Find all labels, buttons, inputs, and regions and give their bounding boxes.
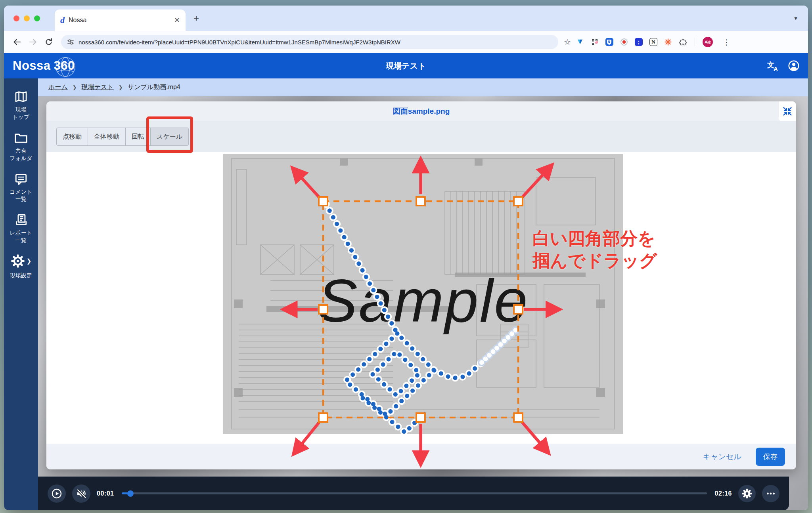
tab-close-icon[interactable]: ✕ xyxy=(174,16,180,25)
qr-extension-icon[interactable] xyxy=(590,38,599,46)
main-content: ホーム ❯ 現場テスト ❯ サンプル動画.mp4 図面sample.png xyxy=(38,78,808,510)
desktop-background: d Nossa ✕ + ▾ nossa360.com/fe/video-item… xyxy=(0,0,812,513)
new-tab-button[interactable]: + xyxy=(193,13,199,24)
sidebar-item-shared-folder[interactable]: 共有フォルダ xyxy=(4,131,38,162)
toolbar-divider xyxy=(695,38,695,46)
settings-gear-icon xyxy=(742,488,752,499)
drawing-canvas[interactable]: Sample xyxy=(46,152,796,444)
player-more-button[interactable] xyxy=(762,485,779,502)
tool-move-point-button[interactable]: 点移動 xyxy=(56,128,88,146)
annotation-line-1: 白い四角部分を xyxy=(532,227,657,250)
site-info-icon[interactable] xyxy=(67,38,75,46)
tool-move-all-button[interactable]: 全体移動 xyxy=(88,128,126,146)
sidebar-nav: 現場トップ 共有フォルダ コメント一覧 xyxy=(4,78,38,510)
semicolon-extension-icon[interactable]: ; xyxy=(634,38,643,46)
extensions-puzzle-icon[interactable] xyxy=(678,38,687,46)
sidebar-item-label: コメント一覧 xyxy=(4,189,38,204)
sidebar-item-label: レポート一覧 xyxy=(4,229,38,244)
chevron-right-icon: ❯ xyxy=(27,257,32,265)
annotation-line-2: 掴んでドラッグ xyxy=(532,250,657,272)
sidebar-item-label: 現場トップ xyxy=(4,106,38,121)
seek-track[interactable] xyxy=(122,492,707,494)
kite-extension-icon[interactable] xyxy=(576,38,584,46)
drawing-editor-panel: 図面sample.png xyxy=(46,101,796,469)
player-settings-button[interactable] xyxy=(738,485,756,502)
mute-icon xyxy=(76,488,87,499)
duration-time: 02:16 xyxy=(715,490,732,497)
back-button[interactable] xyxy=(10,35,24,49)
sidebar-item-comments[interactable]: コメント一覧 xyxy=(4,172,38,204)
seek-bar[interactable] xyxy=(122,490,707,497)
svg-text:A: A xyxy=(774,65,778,71)
browser-tab[interactable]: d Nossa ✕ xyxy=(55,10,186,31)
traffic-lights xyxy=(13,15,40,21)
sidebar-item-site-settings[interactable]: ❯ 現場設定 xyxy=(4,254,38,280)
browser-toolbar: nossa360.com/fe/video-item/?placeUuid=tP… xyxy=(4,31,808,53)
app-header: Nossa360 現場テスト 文 A xyxy=(4,53,808,78)
zoom-window-button[interactable] xyxy=(34,15,40,21)
browser-window: d Nossa ✕ + ▾ nossa360.com/fe/video-item… xyxy=(4,6,808,510)
sidebar-item-label: 現場設定 xyxy=(4,272,38,280)
shield-extension-icon[interactable] xyxy=(605,38,614,46)
account-icon[interactable] xyxy=(787,59,800,72)
floor-plan-image: Sample xyxy=(223,154,623,434)
current-time: 00:01 xyxy=(97,490,114,497)
report-icon xyxy=(4,213,38,227)
gear-icon xyxy=(11,254,25,268)
notion-extension-icon[interactable]: N xyxy=(649,38,658,46)
comment-icon xyxy=(4,172,38,186)
breadcrumb-home-link[interactable]: ホーム xyxy=(48,83,68,92)
annotation-highlight-box xyxy=(146,116,193,153)
profile-avatar[interactable]: 高志 xyxy=(703,37,713,47)
reload-button[interactable] xyxy=(42,35,56,49)
mute-button[interactable] xyxy=(72,484,90,503)
map-icon xyxy=(4,90,38,104)
starburst-extension-icon[interactable] xyxy=(664,38,672,46)
collapse-icon xyxy=(782,106,793,117)
page-title: 現場テスト xyxy=(4,61,808,71)
tab-favicon-icon: d xyxy=(60,16,65,25)
address-bar[interactable]: nossa360.com/fe/video-item/?placeUuid=tP… xyxy=(61,35,558,49)
play-button[interactable] xyxy=(48,484,66,503)
breadcrumb: ホーム ❯ 現場テスト ❯ サンプル動画.mp4 xyxy=(38,78,808,96)
play-icon xyxy=(51,488,62,499)
ellipsis-icon xyxy=(766,488,776,499)
collapse-panel-button[interactable] xyxy=(779,101,796,121)
sample-watermark: Sample xyxy=(317,266,529,336)
panel-footer: キャンセル 保存 xyxy=(46,444,796,469)
edit-toolbar: 点移動 全体移動 回転 スケール xyxy=(46,121,796,152)
tab-strip: d Nossa ✕ + ▾ xyxy=(4,6,808,31)
minimize-window-button[interactable] xyxy=(24,15,30,21)
folder-icon xyxy=(4,131,38,145)
instruction-annotation: 白い四角部分を 掴んでドラッグ xyxy=(532,227,657,272)
url-text: nossa360.com/fe/video-item/?placeUuid=tP… xyxy=(79,39,400,46)
tab-search-chevron-icon[interactable]: ▾ xyxy=(790,13,802,24)
sidebar-item-site-top[interactable]: 現場トップ xyxy=(4,90,38,121)
record-extension-icon[interactable] xyxy=(620,38,628,46)
forward-button[interactable] xyxy=(26,35,40,49)
save-button[interactable]: 保存 xyxy=(756,448,785,466)
breadcrumb-site-link[interactable]: 現場テスト xyxy=(82,83,114,92)
breadcrumb-separator-icon: ❯ xyxy=(119,84,123,90)
sidebar-item-reports[interactable]: レポート一覧 xyxy=(4,213,38,244)
browser-menu-icon[interactable]: ⋮ xyxy=(723,38,730,47)
seek-thumb[interactable] xyxy=(127,490,134,497)
breadcrumb-separator-icon: ❯ xyxy=(73,84,77,90)
cancel-button[interactable]: キャンセル xyxy=(703,452,741,462)
extensions-row: ; N 高志 ⋮ xyxy=(576,37,730,47)
tab-title: Nossa xyxy=(69,17,170,24)
panel-title: 図面sample.png xyxy=(393,106,450,116)
video-player-controls: 00:01 02:16 xyxy=(38,477,789,510)
close-window-button[interactable] xyxy=(13,15,19,21)
bookmark-star-icon[interactable]: ☆ xyxy=(564,37,571,47)
breadcrumb-current: サンプル動画.mp4 xyxy=(128,83,180,92)
translate-icon[interactable]: 文 A xyxy=(767,60,779,71)
sidebar-item-label: 共有フォルダ xyxy=(4,147,38,162)
